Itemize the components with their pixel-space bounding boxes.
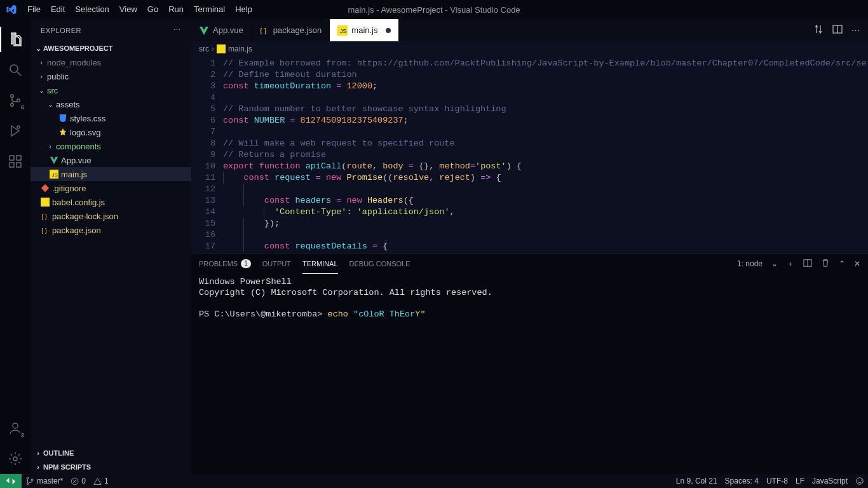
panel-tab-output[interactable]: OUTPUT xyxy=(262,254,291,274)
maximize-panel-icon[interactable]: ⌃ xyxy=(839,259,845,268)
file-package-lock[interactable]: { } package-lock.json xyxy=(31,209,191,223)
folder-node-modules[interactable]: › node_modules xyxy=(31,55,191,69)
folder-public[interactable]: › public xyxy=(31,69,191,83)
activity-source-control[interactable]: 6 xyxy=(0,85,31,116)
split-terminal-icon[interactable] xyxy=(803,259,812,269)
explorer-more-icon[interactable]: ⋯ xyxy=(173,26,181,34)
menu-run[interactable]: Run xyxy=(163,0,189,19)
line-numbers-gutter: 1234567891011121314151617 xyxy=(191,57,223,253)
tab-main-js[interactable]: JS main.js xyxy=(330,19,398,41)
split-editor-icon[interactable] xyxy=(832,24,843,36)
breadcrumb-src[interactable]: src xyxy=(199,44,209,53)
file-babel-config[interactable]: babel.config.js xyxy=(31,195,191,209)
vscode-logo-icon xyxy=(0,0,22,19)
svg-point-11 xyxy=(13,457,17,461)
warning-icon xyxy=(93,477,102,485)
panel-tab-terminal[interactable]: TERMINAL xyxy=(302,254,338,274)
svg-rect-14 xyxy=(41,198,50,207)
project-section-header[interactable]: ⌄ AWESOMEPROJECT xyxy=(31,41,191,55)
svg-rect-8 xyxy=(17,163,21,167)
svg-rect-7 xyxy=(10,163,14,167)
npm-scripts-section[interactable]: › NPM SCRIPTS xyxy=(31,460,191,474)
editor-actions: ⋯ xyxy=(806,19,868,41)
svg-line-1 xyxy=(17,72,21,76)
panel-tab-debug-console[interactable]: DEBUG CONSOLE xyxy=(349,254,410,274)
compare-changes-icon[interactable] xyxy=(813,24,824,36)
panel-tab-problems[interactable]: PROBLEMS 1 xyxy=(199,254,251,274)
folder-assets[interactable]: ⌄ assets xyxy=(31,97,191,111)
close-panel-icon[interactable]: ✕ xyxy=(854,259,860,268)
js-icon: JS xyxy=(48,170,60,179)
code-content[interactable]: // Example borrowed from: https://github… xyxy=(223,57,868,253)
svg-point-3 xyxy=(11,104,14,107)
svg-rect-9 xyxy=(17,156,21,160)
remote-icon xyxy=(6,477,15,485)
menu-file[interactable]: File xyxy=(22,0,46,19)
svg-rect-22 xyxy=(217,44,226,53)
svg-point-29 xyxy=(857,478,864,485)
extensions-icon xyxy=(8,154,23,169)
json-icon: { } xyxy=(39,226,51,234)
activity-search[interactable] xyxy=(0,55,31,85)
new-terminal-icon[interactable]: ＋ xyxy=(787,259,794,269)
file-styles-css[interactable]: styles.css xyxy=(31,111,191,125)
feedback-icon[interactable] xyxy=(851,477,868,485)
menu-help[interactable]: Help xyxy=(230,0,257,19)
cursor-position-status[interactable]: Ln 9, Col 21 xyxy=(672,477,721,485)
encoding-status[interactable]: UTF-8 xyxy=(763,477,792,485)
file-main-js[interactable]: JS main.js xyxy=(31,167,191,181)
chevron-right-icon: › xyxy=(34,463,42,471)
code-editor[interactable]: 1234567891011121314151617 // Example bor… xyxy=(191,57,868,253)
search-icon xyxy=(8,62,23,78)
json-icon: { } xyxy=(259,25,269,36)
breadcrumbs[interactable]: src › main.js xyxy=(191,41,868,57)
eol-status[interactable]: LF xyxy=(792,477,808,485)
file-package-json[interactable]: { } package.json xyxy=(31,223,191,237)
terminal-dropdown-icon[interactable]: ⌄ xyxy=(771,259,778,268)
chevron-right-icon: › xyxy=(212,44,214,53)
scm-badge: 6 xyxy=(20,104,25,111)
file-app-vue[interactable]: App.vue xyxy=(31,153,191,167)
language-mode-status[interactable]: JavaScript xyxy=(808,477,851,485)
menu-edit[interactable]: Edit xyxy=(46,0,70,19)
activity-accounts[interactable]: 2 xyxy=(0,413,31,444)
git-branch-status[interactable]: master* xyxy=(22,477,67,485)
terminal-selector[interactable]: 1: node xyxy=(737,259,763,268)
errors-status[interactable]: 0 xyxy=(67,477,90,485)
tab-package-json[interactable]: { } package.json xyxy=(252,19,330,41)
files-icon xyxy=(8,32,23,47)
menu-go[interactable]: Go xyxy=(142,0,163,19)
folder-src[interactable]: ⌄ src xyxy=(31,83,191,97)
file-gitignore[interactable]: .gitignore xyxy=(31,181,191,195)
tab-app-vue[interactable]: App.vue xyxy=(191,19,252,41)
activity-settings[interactable] xyxy=(0,444,31,474)
folder-components[interactable]: › components xyxy=(31,139,191,153)
outline-section[interactable]: › OUTLINE xyxy=(31,446,191,460)
file-logo-svg[interactable]: logo.svg xyxy=(31,125,191,139)
breadcrumb-mainjs[interactable]: main.js xyxy=(217,44,252,53)
menu-view[interactable]: View xyxy=(114,0,142,19)
editor-area: App.vue { } package.json JS main.js ⋯ sr… xyxy=(191,19,868,474)
indentation-status[interactable]: Spaces: 4 xyxy=(721,477,763,485)
kill-terminal-icon[interactable] xyxy=(821,259,830,269)
terminal-content[interactable]: Windows PowerShell Copyright (C) Microso… xyxy=(191,274,868,474)
dirty-indicator-icon xyxy=(386,28,391,33)
git-icon xyxy=(39,184,51,193)
warnings-status[interactable]: 1 xyxy=(90,477,112,485)
menu-selection[interactable]: Selection xyxy=(70,0,114,19)
error-icon xyxy=(71,477,79,485)
status-bar: master* 0 1 Ln 9, Col 21 Spaces: 4 UTF-8… xyxy=(0,474,868,488)
menu-terminal[interactable]: Terminal xyxy=(189,0,230,19)
activity-extensions[interactable] xyxy=(0,146,31,177)
svg-point-27 xyxy=(31,479,33,481)
activity-explorer[interactable] xyxy=(0,24,31,55)
branch-icon xyxy=(25,477,34,485)
explorer-title: EXPLORER xyxy=(41,27,81,34)
gear-icon xyxy=(8,451,23,466)
vue-icon xyxy=(199,25,209,36)
activity-run-debug[interactable] xyxy=(0,116,31,146)
remote-indicator[interactable] xyxy=(0,474,22,488)
css-icon xyxy=(57,114,69,123)
more-actions-icon[interactable]: ⋯ xyxy=(851,25,860,35)
menu-bar: File Edit Selection View Go Run Terminal… xyxy=(0,0,868,19)
